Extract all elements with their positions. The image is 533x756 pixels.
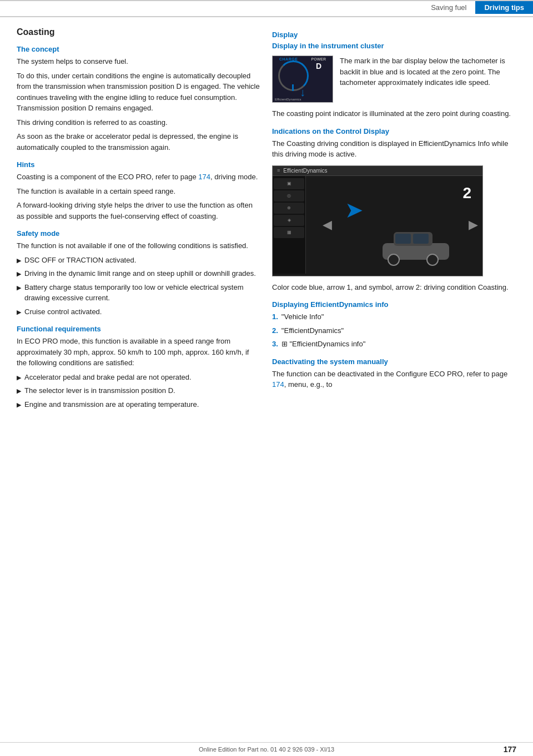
cd-right-arrow[interactable]: ▶	[469, 218, 478, 232]
bullet-arrow-icon: ▶	[17, 373, 21, 382]
indications-para1: The Coasting driving condition is displa…	[272, 138, 516, 160]
list-item: ▶ DSC OFF or TRACTION activated.	[17, 255, 261, 266]
bullet-text: Engine and transmission are at operating…	[24, 399, 199, 410]
list-item: ▶ Battery charge status temporarily too …	[17, 282, 261, 304]
hints-para1: Coasting is a component of the ECO PRO, …	[17, 172, 261, 183]
bullet-text: Cruise control activated.	[24, 306, 102, 317]
concept-para4: As soon as the brake or accelerator peda…	[17, 131, 261, 153]
functional-para1: In ECO PRO mode, this function is availa…	[17, 336, 261, 369]
functional-heading: Functional requirements	[17, 325, 261, 333]
page-title: Coasting	[17, 27, 261, 37]
control-display-image: ≡ EfficientDynamics ▣ ◎ ⊕ ◈ ▦ ◀ ➤	[272, 165, 483, 276]
svg-point-2	[388, 254, 399, 265]
tachometer-arrow: ↓	[300, 87, 305, 98]
cd-left-arrow[interactable]: ◀	[323, 218, 332, 232]
bullet-text: DSC OFF or TRACTION activated.	[24, 255, 136, 266]
safety-heading: Safety mode	[17, 229, 261, 238]
item-text: ⊞ "EfficientDynamics info"	[281, 339, 366, 350]
bullet-text: Driving in the dynamic limit range and o…	[24, 268, 256, 279]
item-text: "EfficientDynamics"	[281, 325, 344, 336]
deactivating-link-174[interactable]: 174	[272, 380, 284, 389]
driving-tips-tab: Driving tips	[475, 1, 533, 14]
instrument-cluster-image: CHARGE POWER D ↓ EfficientDynamics	[272, 56, 333, 103]
cd-header-icon: ≡	[277, 168, 280, 173]
hints-link-174[interactable]: 174	[198, 173, 210, 181]
list-item: ▶ Driving in the dynamic limit range and…	[17, 268, 261, 279]
svg-rect-5	[413, 234, 429, 244]
deactivating-para: The function can be deactivated in the C…	[272, 369, 516, 390]
zero-point-marker	[292, 84, 294, 91]
bullet-arrow-icon: ▶	[17, 269, 21, 279]
list-item: 3. ⊞ "EfficientDynamics info"	[272, 339, 516, 350]
cd-left-panel: ▣ ◎ ⊕ ◈ ▦	[273, 176, 306, 274]
deactivating-heading: Deactivating the system manually	[272, 357, 516, 366]
cd-header-bar: ≡ EfficientDynamics	[273, 166, 482, 176]
bullet-arrow-icon: ▶	[17, 283, 21, 293]
coasting-arrow-indicator: ➤	[345, 199, 364, 221]
hints-para3: A forward-looking driving style helps th…	[17, 200, 261, 221]
instrument-cluster-row: CHARGE POWER D ↓ EfficientDynamics The m…	[272, 56, 516, 103]
svg-point-3	[427, 254, 438, 265]
display-cluster-heading: Display in the instrument cluster	[272, 42, 516, 50]
page-number: 177	[504, 745, 516, 754]
hints-para2: The function is available in a certain s…	[17, 186, 261, 197]
cd-header-label: EfficientDynamics	[283, 168, 327, 174]
cluster-para: The mark in the bar display below the ta…	[340, 56, 516, 88]
displaying-heading: Displaying EfficientDynamics info	[272, 300, 516, 309]
hints-heading: Hints	[17, 160, 261, 169]
coasting-indicator-para: The coasting point indicator is illumina…	[272, 108, 516, 119]
displaying-list: 1. "Vehicle Info" 2. "EfficientDynamics"…	[272, 311, 516, 350]
list-item: 1. "Vehicle Info"	[272, 311, 516, 322]
cd-panel-item: ▦	[274, 227, 304, 238]
indications-heading: Indications on the Control Display	[272, 127, 516, 135]
list-item: ▶ Cruise control activated.	[17, 306, 261, 317]
cd-panel-item: ◎	[274, 190, 304, 201]
cd-number-label: 2	[462, 184, 471, 202]
caption-para: Color code blue, arrow 1, and symbol, ar…	[272, 282, 516, 293]
concept-para1: The system helps to conserve fuel.	[17, 56, 261, 67]
page-content: Coasting The concept The system helps to…	[0, 23, 533, 413]
safety-para1: The function is not available if one of …	[17, 240, 261, 251]
bullet-arrow-icon: ▶	[17, 386, 21, 396]
footer-text: Online Edition for Part no. 01 40 2 926 …	[199, 746, 334, 753]
list-item: ▶ Engine and transmission are at operati…	[17, 399, 261, 410]
bullet-arrow-icon: ▶	[17, 256, 21, 265]
page-footer: Online Edition for Part no. 01 40 2 926 …	[0, 742, 533, 756]
list-item: ▶ The selector lever is in transmission …	[17, 385, 261, 396]
list-item: ▶ Accelerator pedal and brake pedal are …	[17, 372, 261, 383]
cd-inner-content: ▣ ◎ ⊕ ◈ ▦ ◀ ➤	[273, 176, 482, 274]
safety-bullets: ▶ DSC OFF or TRACTION activated. ▶ Drivi…	[17, 255, 261, 317]
concept-heading: The concept	[17, 45, 261, 53]
cd-panel-item: ▣	[274, 178, 304, 189]
car-silhouette-svg	[377, 224, 455, 268]
concept-para3: This driving condition is referred to as…	[17, 117, 261, 128]
svg-rect-4	[395, 234, 411, 244]
bullet-text: Battery charge status temporarily too lo…	[24, 282, 261, 304]
functional-bullets: ▶ Accelerator pedal and brake pedal are …	[17, 372, 261, 410]
bullet-arrow-icon: ▶	[17, 308, 21, 317]
bullet-arrow-icon: ▶	[17, 400, 21, 410]
list-item: 2. "EfficientDynamics"	[272, 325, 516, 336]
right-column: Display Display in the instrument cluste…	[272, 23, 516, 413]
cd-panel-item: ◈	[274, 215, 304, 226]
bullet-text: Accelerator pedal and brake pedal are no…	[24, 372, 192, 383]
cd-main-area: ◀ ➤ 2	[306, 176, 482, 274]
display-heading: Display	[272, 31, 516, 39]
page-header: Saving fuel Driving tips	[0, 1, 533, 17]
bullet-text: The selector lever is in transmission po…	[24, 385, 175, 396]
saving-fuel-tab: Saving fuel	[422, 1, 475, 14]
item-text: "Vehicle Info"	[281, 311, 324, 322]
concept-para2: To do this, under certain conditions the…	[17, 70, 261, 114]
left-column: Coasting The concept The system helps to…	[17, 23, 261, 413]
cd-panel-item: ⊕	[274, 203, 304, 214]
